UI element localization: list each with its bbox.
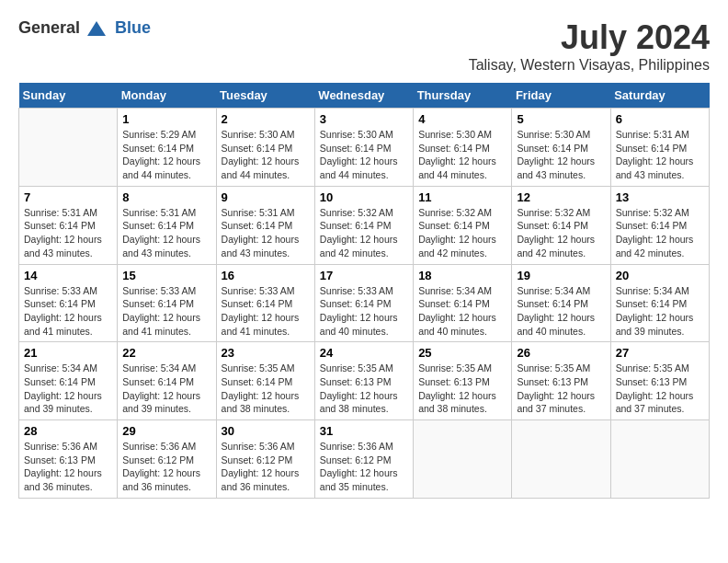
cell-content: Sunrise: 5:36 AM Sunset: 6:12 PM Dayligh… — [122, 440, 210, 494]
cell-content: Sunrise: 5:35 AM Sunset: 6:14 PM Dayligh… — [222, 362, 310, 416]
day-number: 8 — [122, 190, 210, 204]
cell-content: Sunrise: 5:32 AM Sunset: 6:14 PM Dayligh… — [616, 206, 704, 260]
calendar-cell — [610, 420, 709, 499]
calendar-cell: 15Sunrise: 5:33 AM Sunset: 6:14 PM Dayli… — [118, 264, 216, 342]
cell-content: Sunrise: 5:31 AM Sunset: 6:14 PM Dayligh… — [222, 206, 310, 260]
title-section: July 2024 Talisay, Western Visayas, Phil… — [469, 18, 710, 74]
day-number: 23 — [222, 346, 310, 360]
calendar-cell: 6Sunrise: 5:31 AM Sunset: 6:14 PM Daylig… — [610, 109, 709, 187]
day-number: 21 — [24, 346, 112, 360]
day-number: 26 — [517, 346, 605, 360]
calendar-cell: 28Sunrise: 5:36 AM Sunset: 6:13 PM Dayli… — [19, 420, 118, 499]
cell-content: Sunrise: 5:32 AM Sunset: 6:14 PM Dayligh… — [517, 206, 605, 260]
day-number: 25 — [418, 346, 506, 360]
day-number: 13 — [616, 190, 704, 204]
day-of-week-header: Saturday — [610, 83, 709, 109]
cell-content: Sunrise: 5:35 AM Sunset: 6:13 PM Dayligh… — [418, 362, 506, 416]
calendar-cell: 26Sunrise: 5:35 AM Sunset: 6:13 PM Dayli… — [512, 342, 610, 420]
cell-content: Sunrise: 5:34 AM Sunset: 6:14 PM Dayligh… — [122, 362, 210, 416]
calendar-cell: 20Sunrise: 5:34 AM Sunset: 6:14 PM Dayli… — [610, 264, 709, 342]
calendar-header-row: SundayMondayTuesdayWednesdayThursdayFrid… — [19, 83, 710, 109]
calendar-cell: 13Sunrise: 5:32 AM Sunset: 6:14 PM Dayli… — [610, 186, 709, 264]
page-header: General Blue July 2024 Talisay, Western … — [18, 18, 710, 74]
calendar-cell — [19, 109, 118, 187]
calendar-cell: 2Sunrise: 5:30 AM Sunset: 6:14 PM Daylig… — [216, 109, 314, 187]
calendar-cell: 9Sunrise: 5:31 AM Sunset: 6:14 PM Daylig… — [216, 186, 314, 264]
calendar-cell: 7Sunrise: 5:31 AM Sunset: 6:14 PM Daylig… — [19, 186, 118, 264]
location-title: Talisay, Western Visayas, Philippines — [469, 57, 710, 74]
calendar-week-row: 14Sunrise: 5:33 AM Sunset: 6:14 PM Dayli… — [19, 264, 710, 342]
calendar-cell: 16Sunrise: 5:33 AM Sunset: 6:14 PM Dayli… — [216, 264, 314, 342]
cell-content: Sunrise: 5:35 AM Sunset: 6:13 PM Dayligh… — [517, 362, 605, 416]
cell-content: Sunrise: 5:33 AM Sunset: 6:14 PM Dayligh… — [222, 284, 310, 339]
calendar-cell: 14Sunrise: 5:33 AM Sunset: 6:14 PM Dayli… — [19, 264, 118, 342]
calendar-cell: 1Sunrise: 5:29 AM Sunset: 6:14 PM Daylig… — [118, 109, 216, 187]
cell-content: Sunrise: 5:30 AM Sunset: 6:14 PM Dayligh… — [320, 128, 408, 182]
day-number: 4 — [418, 112, 506, 126]
day-of-week-header: Friday — [512, 83, 610, 109]
calendar-cell: 24Sunrise: 5:35 AM Sunset: 6:13 PM Dayli… — [314, 342, 413, 420]
calendar-cell: 12Sunrise: 5:32 AM Sunset: 6:14 PM Dayli… — [512, 186, 610, 264]
day-number: 9 — [222, 190, 310, 204]
day-of-week-header: Monday — [118, 83, 216, 109]
cell-content: Sunrise: 5:30 AM Sunset: 6:14 PM Dayligh… — [418, 128, 506, 182]
calendar-cell: 10Sunrise: 5:32 AM Sunset: 6:14 PM Dayli… — [314, 186, 413, 264]
day-number: 20 — [616, 269, 704, 282]
calendar-cell: 17Sunrise: 5:33 AM Sunset: 6:14 PM Dayli… — [314, 264, 413, 342]
cell-content: Sunrise: 5:31 AM Sunset: 6:14 PM Dayligh… — [24, 206, 112, 260]
cell-content: Sunrise: 5:36 AM Sunset: 6:12 PM Dayligh… — [320, 440, 408, 494]
day-number: 14 — [24, 269, 112, 282]
cell-content: Sunrise: 5:31 AM Sunset: 6:14 PM Dayligh… — [616, 128, 704, 182]
cell-content: Sunrise: 5:34 AM Sunset: 6:14 PM Dayligh… — [24, 362, 112, 416]
calendar-cell: 29Sunrise: 5:36 AM Sunset: 6:12 PM Dayli… — [118, 420, 216, 499]
day-number: 15 — [122, 269, 210, 282]
day-number: 3 — [320, 112, 408, 126]
day-of-week-header: Wednesday — [314, 83, 413, 109]
calendar-cell: 21Sunrise: 5:34 AM Sunset: 6:14 PM Dayli… — [19, 342, 118, 420]
day-number: 31 — [320, 424, 408, 438]
calendar-week-row: 28Sunrise: 5:36 AM Sunset: 6:13 PM Dayli… — [19, 420, 710, 499]
logo-blue-text: Blue — [115, 18, 151, 38]
day-of-week-header: Tuesday — [216, 83, 314, 109]
calendar-table: SundayMondayTuesdayWednesdayThursdayFrid… — [18, 83, 710, 499]
calendar-cell: 4Sunrise: 5:30 AM Sunset: 6:14 PM Daylig… — [414, 109, 512, 187]
calendar-cell: 8Sunrise: 5:31 AM Sunset: 6:14 PM Daylig… — [118, 186, 216, 264]
cell-content: Sunrise: 5:29 AM Sunset: 6:14 PM Dayligh… — [122, 128, 210, 182]
day-number: 16 — [222, 269, 310, 282]
calendar-cell: 25Sunrise: 5:35 AM Sunset: 6:13 PM Dayli… — [414, 342, 512, 420]
calendar-cell: 23Sunrise: 5:35 AM Sunset: 6:14 PM Dayli… — [216, 342, 314, 420]
cell-content: Sunrise: 5:35 AM Sunset: 6:13 PM Dayligh… — [616, 362, 704, 416]
day-number: 22 — [122, 346, 210, 360]
calendar-week-row: 21Sunrise: 5:34 AM Sunset: 6:14 PM Dayli… — [19, 342, 710, 420]
day-of-week-header: Thursday — [414, 83, 512, 109]
calendar-cell: 22Sunrise: 5:34 AM Sunset: 6:14 PM Dayli… — [118, 342, 216, 420]
day-number: 10 — [320, 190, 408, 204]
calendar-cell: 11Sunrise: 5:32 AM Sunset: 6:14 PM Dayli… — [414, 186, 512, 264]
day-number: 7 — [24, 190, 112, 204]
cell-content: Sunrise: 5:32 AM Sunset: 6:14 PM Dayligh… — [418, 206, 506, 260]
calendar-cell — [414, 420, 512, 499]
cell-content: Sunrise: 5:34 AM Sunset: 6:14 PM Dayligh… — [418, 284, 506, 339]
cell-content: Sunrise: 5:33 AM Sunset: 6:14 PM Dayligh… — [24, 284, 112, 339]
day-number: 19 — [517, 269, 605, 282]
day-of-week-header: Sunday — [19, 83, 118, 109]
calendar-week-row: 7Sunrise: 5:31 AM Sunset: 6:14 PM Daylig… — [19, 186, 710, 264]
cell-content: Sunrise: 5:34 AM Sunset: 6:14 PM Dayligh… — [517, 284, 605, 339]
cell-content: Sunrise: 5:36 AM Sunset: 6:12 PM Dayligh… — [222, 440, 310, 494]
month-title: July 2024 — [469, 18, 710, 57]
day-number: 5 — [517, 112, 605, 126]
day-number: 1 — [122, 112, 210, 126]
calendar-cell — [512, 420, 610, 499]
day-number: 24 — [320, 346, 408, 360]
cell-content: Sunrise: 5:33 AM Sunset: 6:14 PM Dayligh… — [122, 284, 210, 339]
cell-content: Sunrise: 5:34 AM Sunset: 6:14 PM Dayligh… — [616, 284, 704, 339]
calendar-cell: 31Sunrise: 5:36 AM Sunset: 6:12 PM Dayli… — [314, 420, 413, 499]
logo-general-text: General — [18, 18, 80, 38]
cell-content: Sunrise: 5:32 AM Sunset: 6:14 PM Dayligh… — [320, 206, 408, 260]
day-number: 29 — [122, 424, 210, 438]
day-number: 2 — [222, 112, 310, 126]
cell-content: Sunrise: 5:35 AM Sunset: 6:13 PM Dayligh… — [320, 362, 408, 416]
svg-marker-0 — [87, 21, 106, 36]
day-number: 18 — [418, 269, 506, 282]
calendar-week-row: 1Sunrise: 5:29 AM Sunset: 6:14 PM Daylig… — [19, 109, 710, 187]
